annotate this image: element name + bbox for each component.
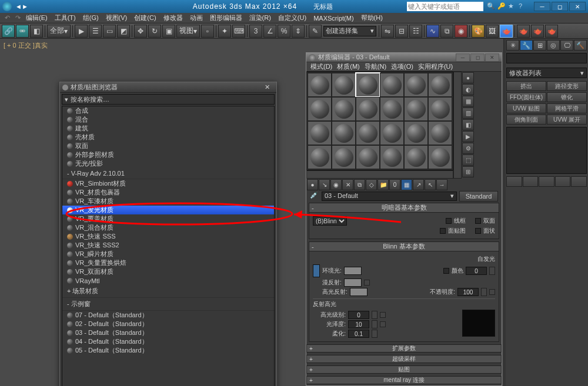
menu-animation[interactable]: 动画 bbox=[188, 14, 205, 22]
schematic-icon[interactable]: ⧉ bbox=[440, 25, 453, 38]
group-scene[interactable]: + 场景材质 bbox=[62, 285, 274, 298]
menu-modes[interactable]: 模式(D) bbox=[309, 62, 334, 71]
quick-render-icon[interactable]: 🫖 bbox=[500, 25, 513, 38]
rollup-shader-hdr[interactable]: -明暗器基本参数 bbox=[309, 203, 499, 213]
render-last-icon[interactable]: 🫖 bbox=[531, 25, 544, 38]
list-item[interactable]: 07 - Default（Standard） bbox=[62, 311, 274, 320]
menu-group[interactable]: 组(G) bbox=[81, 14, 101, 22]
mod-unwrap[interactable]: UVW 展开 bbox=[547, 115, 587, 125]
diffuse-map-button[interactable] bbox=[364, 280, 370, 286]
mat-id-icon[interactable]: 0 bbox=[389, 179, 400, 190]
soften-value[interactable]: 0.1 bbox=[348, 330, 369, 338]
sample-slot[interactable] bbox=[356, 97, 380, 121]
manip-icon[interactable]: ✦ bbox=[218, 25, 231, 38]
sample-type-icon[interactable]: ● bbox=[462, 72, 474, 83]
ambient-swatch[interactable] bbox=[344, 267, 362, 275]
mod-ffdcyl[interactable]: FFD(圆柱体) bbox=[506, 92, 546, 102]
angle-snap-icon[interactable]: ∠ bbox=[263, 25, 276, 38]
options-icon[interactable]: ⚙ bbox=[462, 143, 474, 154]
percent-snap-icon[interactable]: % bbox=[278, 25, 290, 38]
show-endresult-icon[interactable] bbox=[523, 176, 539, 187]
viewport-label[interactable]: [ + 0 正交 ]真实 bbox=[4, 41, 48, 50]
history-fwd[interactable]: ► bbox=[22, 3, 28, 10]
filter-all[interactable]: 全部 ▾ bbox=[47, 25, 71, 38]
sample-hscroll[interactable] bbox=[306, 170, 453, 179]
sample-slot-active[interactable] bbox=[356, 73, 380, 97]
sample-slot[interactable] bbox=[332, 121, 356, 145]
list-item[interactable]: 外部参照材质 bbox=[62, 150, 274, 159]
history-back[interactable]: ◄ bbox=[15, 3, 22, 10]
material-editor-icon[interactable]: ◉ bbox=[455, 25, 467, 38]
reset-map-icon[interactable]: ✕ bbox=[342, 179, 353, 190]
menu-rendering[interactable]: 渲染(R) bbox=[247, 14, 273, 22]
make-unique-icon[interactable]: ◇ bbox=[366, 179, 377, 190]
help-search-input[interactable] bbox=[407, 3, 483, 10]
align-icon[interactable]: ⊟ bbox=[395, 25, 408, 38]
show-map-vp-icon[interactable]: ▦ bbox=[401, 179, 412, 190]
mateditor-titlebar[interactable]: 材质编辑器 - 03 - Default ─ ◻ ✕ bbox=[306, 53, 502, 62]
rollup-mr-hdr[interactable]: +mental ray 连接 bbox=[306, 376, 502, 384]
sample-slot[interactable] bbox=[308, 97, 332, 121]
sample-slot[interactable] bbox=[332, 97, 356, 121]
make-unique-icon[interactable] bbox=[539, 176, 554, 187]
viewport-area[interactable]: [ + 0 正交 ]真实 ✳ 🔧 ⊞ ◎ 🖵 🔨 修改器列表▾ 挤出路径变形 F… bbox=[0, 39, 588, 386]
menu-options[interactable]: 选项(O) bbox=[389, 62, 415, 71]
sample-slot[interactable] bbox=[428, 73, 452, 97]
list-item[interactable]: VR_瞬片材质 bbox=[62, 250, 274, 259]
menu-tools[interactable]: 工具(T) bbox=[52, 14, 78, 22]
rollup-ext-hdr[interactable]: +扩展参数 bbox=[306, 344, 502, 353]
matbrowser-titlebar[interactable]: 材质/贴图浏览器 ✕ bbox=[60, 82, 276, 93]
sample-slot[interactable] bbox=[380, 121, 404, 145]
curve-editor-icon[interactable]: ∿ bbox=[426, 25, 439, 38]
list-item[interactable]: 合成 bbox=[62, 106, 274, 115]
render-preset-icon[interactable]: 🫖 bbox=[517, 25, 530, 38]
menu-create[interactable]: 创建(C) bbox=[132, 14, 158, 22]
opacity-value[interactable]: 100 bbox=[457, 288, 479, 296]
list-item[interactable]: VR_失量置换烘焙 bbox=[62, 259, 274, 267]
list-item[interactable]: 04 - Default（Standard） bbox=[62, 337, 274, 346]
mod-bevelprof[interactable]: 倒角剖面 bbox=[506, 115, 546, 125]
tab-motion[interactable]: ◎ bbox=[547, 40, 560, 51]
pivot-icon[interactable]: ▫ bbox=[201, 25, 214, 38]
sample-slot[interactable] bbox=[308, 145, 332, 169]
redo-icon[interactable]: ↷ bbox=[13, 14, 21, 22]
gloss-map-button[interactable] bbox=[380, 321, 386, 327]
tab-create[interactable]: ✳ bbox=[506, 40, 519, 51]
opacity-map-button[interactable] bbox=[489, 289, 495, 295]
sample-slot[interactable] bbox=[404, 97, 428, 121]
sample-slot[interactable] bbox=[428, 121, 452, 145]
shader-select[interactable]: (B)Blinn bbox=[313, 216, 347, 226]
sample-slot[interactable] bbox=[404, 73, 428, 97]
bind-icon[interactable]: ◧ bbox=[30, 25, 43, 38]
modifier-stack[interactable] bbox=[506, 127, 587, 174]
move-icon[interactable]: ✥ bbox=[134, 25, 147, 38]
list-item[interactable]: VR_覆盖材质 bbox=[62, 214, 274, 223]
mat-map-nav-icon[interactable]: ⊞ bbox=[462, 166, 474, 177]
list-item[interactable]: 05 - Default（Standard） bbox=[62, 346, 274, 355]
list-item[interactable]: 建筑 bbox=[62, 124, 274, 133]
assign-to-sel-icon[interactable]: ◉ bbox=[330, 179, 342, 190]
sample-slot[interactable] bbox=[404, 145, 428, 169]
search-icon[interactable]: 🔍 bbox=[487, 2, 495, 11]
spinner[interactable] bbox=[372, 311, 377, 319]
sample-slot[interactable] bbox=[356, 145, 380, 169]
list-item[interactable]: VR_混合材质 bbox=[62, 223, 274, 232]
material-name-input[interactable]: 03 - Default▾ bbox=[322, 192, 457, 201]
tab-utilities[interactable]: 🔨 bbox=[574, 40, 587, 51]
menu-modifiers[interactable]: 修改器 bbox=[161, 14, 185, 22]
sample-slot[interactable] bbox=[308, 73, 332, 97]
help-icon[interactable]: ? bbox=[519, 2, 527, 11]
material-type-button[interactable]: Standard bbox=[459, 191, 498, 202]
put-to-lib-icon[interactable]: 📁 bbox=[377, 179, 389, 190]
put-to-scene-icon[interactable]: ↘ bbox=[319, 179, 330, 190]
tab-display[interactable]: 🖵 bbox=[560, 40, 573, 51]
modifier-list[interactable]: 修改器列表▾ bbox=[506, 68, 587, 78]
list-item[interactable]: 双面 bbox=[62, 142, 274, 150]
sample-uv-icon[interactable]: ▥ bbox=[462, 108, 474, 119]
list-item[interactable]: VR_双面材质 bbox=[62, 267, 274, 276]
menu-grapheditors[interactable]: 图形编辑器 bbox=[208, 14, 245, 22]
mod-uvwmap[interactable]: UVW 贴图 bbox=[506, 103, 546, 113]
ref-coord[interactable]: 视图 ▾ bbox=[176, 25, 200, 38]
spinner[interactable] bbox=[489, 267, 495, 275]
menu-edit[interactable]: 编辑(E) bbox=[24, 14, 50, 22]
